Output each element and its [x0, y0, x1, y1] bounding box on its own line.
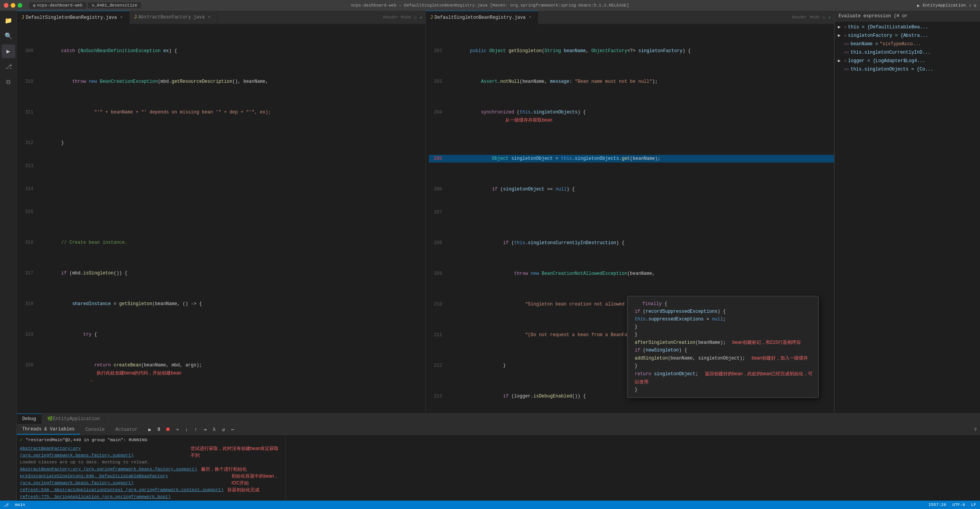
rcode-line-204: 204 synchronized (this.singletonObjects)… [429, 108, 834, 132]
stack-annotation-4: 容器初始化完成 [227, 486, 259, 493]
tab-default-singleton-right[interactable]: J DefaultSingletonBeanRegistry.java × [426, 11, 538, 24]
debug-btn-step-out[interactable]: ↑ [192, 426, 200, 433]
tab-icon: J [21, 15, 24, 20]
reader-mode-label-r: Reader Mode [792, 15, 820, 20]
evaluate-header: Evaluate expression (⌘ or [835, 11, 980, 21]
annotation-arrow-text: 执行此处创建bena的代码，开始创建bean [97, 370, 181, 376]
rcode-line-208: 208 if (this.singletonsCurrentlyInDestru… [429, 239, 834, 247]
annotation-after: bean创建标记，和215行遥相呼应 [732, 340, 801, 345]
debug-btn-step-over[interactable]: ↷ [174, 426, 181, 433]
tree-arrow-currently: ▶ [838, 49, 842, 56]
popup-finally-block: finally { if (recordSuppressedExceptions… [627, 296, 819, 398]
settings-icon[interactable]: ⚙ [973, 3, 976, 8]
code-line-316: 316 // Create bean instance. [20, 239, 425, 246]
file-path-label: ncps-dashboard-web – DefaultSingletonBea… [351, 3, 629, 8]
tree-item-beanname[interactable]: ▶ ○○ beanName = "sixTypeAcco... [835, 40, 980, 48]
stack-entry-4: refresh:548, AbstractApplicationContext … [20, 486, 282, 493]
tree-key-beanname: beanName = [850, 40, 878, 48]
reader-mode-toggle[interactable]: ◻ [414, 15, 417, 20]
tab-close-right[interactable]: × [527, 15, 533, 21]
left-code-area[interactable]: 309 catch (NoSuchBeanDefinitionException… [17, 24, 425, 413]
status-git-branch: main [15, 502, 25, 507]
tree-item-logger[interactable]: ▶ ○ logger = {LogAdapter$Log4... [835, 57, 980, 65]
debug-btn-pause[interactable]: ⏸ [155, 426, 163, 433]
maximize-button[interactable] [18, 3, 22, 8]
stack-entry-5: refresh:775, SpringApplication (org.spri… [20, 493, 282, 500]
debug-toolbar-icons: ▶ ⏸ ⏹ ↷ ↓ ↑ ⇥ λ ↺ ⋯ [146, 426, 236, 433]
tree-item-currently[interactable]: ▶ ○○ this.singletonCurrentlyInD... [835, 48, 980, 57]
close-button[interactable] [4, 3, 8, 8]
sidebar-icon-project[interactable]: 📁 [2, 14, 15, 28]
status-right: 2557:26 UTF-8 LF [929, 502, 976, 507]
popup-line-close1: } [633, 323, 813, 331]
evaluate-tree[interactable]: ▶ ○ this = {DefaultListableBea... ▶ ○ si… [835, 21, 980, 413]
popup-line-return: return singletonObject; 返回创建好的bean，此处的be… [633, 370, 813, 386]
stack-link-1[interactable]: AbstractBeanFactory:ory (org.springframe… [20, 445, 187, 459]
app-icon: ⚙ [33, 3, 36, 8]
branch-name: v_0401_desensitize [92, 3, 137, 8]
tree-key-logger: logger = {LogAdapter$Log4... [848, 57, 926, 65]
loaded-text: Loaded classes are up to date. Nothing t… [20, 459, 149, 466]
debug-tab-entity[interactable]: 🌿 EntityApplication [42, 414, 105, 424]
sidebar-icon-extensions[interactable]: ⧉ [2, 75, 15, 89]
sub-tab-console[interactable]: Console [80, 424, 110, 435]
tab-close-left2[interactable]: × [206, 14, 212, 20]
debug-btn-rerun[interactable]: ↺ [220, 426, 227, 433]
stack-link-4[interactable]: refresh:548, AbstractApplicationContext … [20, 486, 223, 493]
debug-btn-resume[interactable]: ▶ [146, 426, 154, 433]
tab-close-left[interactable]: × [118, 15, 125, 21]
search-icon[interactable]: ⌕ [969, 3, 972, 8]
app-name: ncps-dashboard-web [37, 3, 83, 8]
titlebar: ⚙ ncps-dashboard-web v_0401_desensitize … [0, 0, 980, 11]
sub-tab-actuator[interactable]: Actuator [110, 424, 143, 435]
window-controls [4, 3, 22, 8]
stack-entry-2: AbstractBeanFactory:ory (org.springframe… [20, 466, 282, 473]
reader-mode-toggle-r[interactable]: ◻ [823, 15, 826, 20]
sidebar-icon-run[interactable]: ▶ [2, 44, 15, 58]
stack-trace: AbstractBeanFactory:ory (org.springframe… [20, 445, 282, 509]
titlebar-tab-app[interactable]: ⚙ ncps-dashboard-web [29, 2, 86, 9]
popup-line-if-new: if (newSingleton) { [633, 346, 813, 354]
debug-btn-step-into[interactable]: ↓ [183, 426, 190, 433]
stack-annotation-2: 遍历，换个进行初始化 [201, 466, 247, 473]
debug-btn-run-cursor[interactable]: ⇥ [201, 426, 209, 433]
loaded-info: Loaded classes are up to date. Nothing t… [20, 459, 282, 466]
tree-key-this: this = {DefaultListableBea... [848, 23, 928, 31]
sub-tab-threads-label: Threads & Variables [22, 427, 75, 432]
rcode-line-203: 203 Assert.notNull(beanName, message: "B… [429, 78, 834, 85]
run-config-label: EntityApplication [923, 3, 966, 8]
popup-line-suppressed: this.suppressedExceptions = null; [633, 315, 813, 323]
tree-arrow-logger: ▶ [838, 57, 842, 65]
titlebar-tab-branch[interactable]: v_0401_desensitize [88, 2, 141, 8]
sub-tab-threads[interactable]: Threads & Variables [17, 424, 80, 435]
debug-btn-stop[interactable]: ⏹ [164, 426, 172, 433]
minimize-button[interactable] [11, 3, 15, 8]
tree-arrow-objects: ▶ [838, 66, 842, 73]
debug-btn-eval[interactable]: λ [210, 426, 218, 433]
tree-item-this[interactable]: ▶ ○ this = {DefaultListableBea... [835, 23, 980, 31]
status-git-icon: ⎇ [4, 502, 9, 507]
tab-default-singleton-left[interactable]: J DefaultSingletonBeanRegistry.java × [17, 11, 130, 24]
filter-icon[interactable]: ⊽ [974, 427, 977, 432]
tree-arrow-beanname: ▶ [838, 40, 842, 48]
code-line-315: 315 [20, 208, 425, 216]
debug-btn-more[interactable]: ⋯ [229, 426, 236, 433]
stack-link-5[interactable]: refresh:775, SpringApplication (org.spri… [20, 493, 171, 500]
sidebar-icon-search[interactable]: 🔍 [2, 29, 15, 43]
tree-item-objects[interactable]: ▶ ○○ this.singletonObjects = {Co... [835, 65, 980, 74]
debug-tab-debug[interactable]: Debug [17, 414, 42, 424]
evaluate-header-label: Evaluate expression (⌘ or [839, 13, 908, 19]
popup-line-if-record: if (recordSuppressedExceptions) { [633, 308, 813, 315]
tree-val-beanname: "sixTypeAcco... [880, 40, 921, 48]
tree-icon-factory: ○ [844, 32, 847, 39]
tab-abstract-bean-factory[interactable]: J AbstractBeanFactory.java × [130, 11, 217, 24]
tree-icon-logger: ○ [844, 57, 847, 65]
tab-icon-r: J [430, 15, 433, 20]
debug-scrollbar[interactable] [285, 435, 290, 509]
code-line-317: 317 if (mbd.isSingleton()) { [20, 269, 425, 277]
stack-link-3[interactable]: preInstantiateSingletons:846, DefaultLis… [20, 473, 228, 486]
sidebar-icon-git[interactable]: ⎇ [2, 60, 15, 74]
tree-item-factory[interactable]: ▶ ○ singletonFactory = {Abstra... [835, 31, 980, 40]
left-editor-pane: J DefaultSingletonBeanRegistry.java × J … [17, 11, 426, 413]
stack-link-2[interactable]: AbstractBeanFactory:ory (org.springframe… [20, 466, 197, 473]
